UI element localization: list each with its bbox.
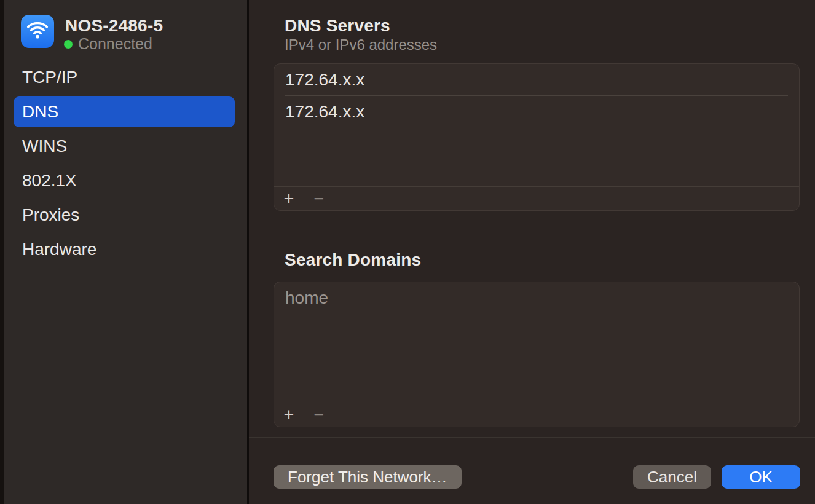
dns-servers-list: 172.64.x.x 172.64.x.x + − <box>274 63 800 211</box>
sidebar-item-label: 802.1X <box>22 171 77 191</box>
wifi-badge <box>21 15 54 48</box>
sidebar-item-label: DNS <box>22 102 58 122</box>
remove-search-domain-button[interactable]: − <box>309 406 329 424</box>
dns-servers-subtitle: IPv4 or IPv6 addresses <box>285 36 437 53</box>
toolbar-separator <box>304 408 304 423</box>
dns-server-value: 172.64.x.x <box>285 70 364 90</box>
wifi-icon <box>25 18 50 45</box>
sidebar-item-label: Proxies <box>22 205 79 225</box>
sidebar-item-label: TCP/IP <box>22 68 77 87</box>
forget-network-button[interactable]: Forget This Network… <box>274 465 462 489</box>
sidebar-item-tcpip[interactable]: TCP/IP <box>14 62 235 93</box>
dns-servers-title: DNS Servers <box>285 16 390 36</box>
toolbar-separator <box>304 191 304 207</box>
search-domain-value: home <box>285 288 328 308</box>
add-search-domain-button[interactable]: + <box>279 406 299 424</box>
sidebar: NOS-2486-5 Connected TCP/IP DNS WINS 802… <box>4 0 247 504</box>
sidebar-item-label: Hardware <box>22 240 96 259</box>
desktop-edge-strip <box>0 0 4 504</box>
dns-server-row[interactable]: 172.64.x.x <box>274 96 799 127</box>
sidebar-item-label: WINS <box>22 136 67 156</box>
content-pane: DNS Servers IPv4 or IPv6 addresses 172.6… <box>249 0 815 504</box>
connection-status: Connected <box>64 35 152 53</box>
connected-status-dot <box>64 40 73 49</box>
connected-status-label: Connected <box>78 35 152 53</box>
sidebar-item-8021x[interactable]: 802.1X <box>14 165 235 196</box>
network-name: NOS-2486-5 <box>65 16 163 36</box>
dns-servers-toolbar: + − <box>274 186 799 210</box>
footer-divider <box>249 437 815 438</box>
remove-dns-server-button[interactable]: − <box>309 189 329 208</box>
search-domains-list: home + − <box>274 282 800 427</box>
dns-server-row[interactable]: 172.64.x.x <box>274 64 799 95</box>
search-domains-title: Search Domains <box>285 250 421 270</box>
sidebar-item-dns[interactable]: DNS <box>14 96 235 127</box>
sidebar-nav: TCP/IP DNS WINS 802.1X Proxies Hardware <box>4 62 247 269</box>
add-dns-server-button[interactable]: + <box>279 189 299 208</box>
ok-button[interactable]: OK <box>722 465 800 489</box>
dns-server-value: 172.64.x.x <box>285 102 364 122</box>
sidebar-item-hardware[interactable]: Hardware <box>14 234 235 265</box>
search-domains-toolbar: + − <box>274 403 799 427</box>
cancel-button[interactable]: Cancel <box>633 465 711 489</box>
sidebar-item-wins[interactable]: WINS <box>14 131 235 162</box>
wifi-details-window: NOS-2486-5 Connected TCP/IP DNS WINS 802… <box>0 0 815 504</box>
sidebar-item-proxies[interactable]: Proxies <box>14 200 235 230</box>
search-domain-row[interactable]: home <box>274 282 799 313</box>
